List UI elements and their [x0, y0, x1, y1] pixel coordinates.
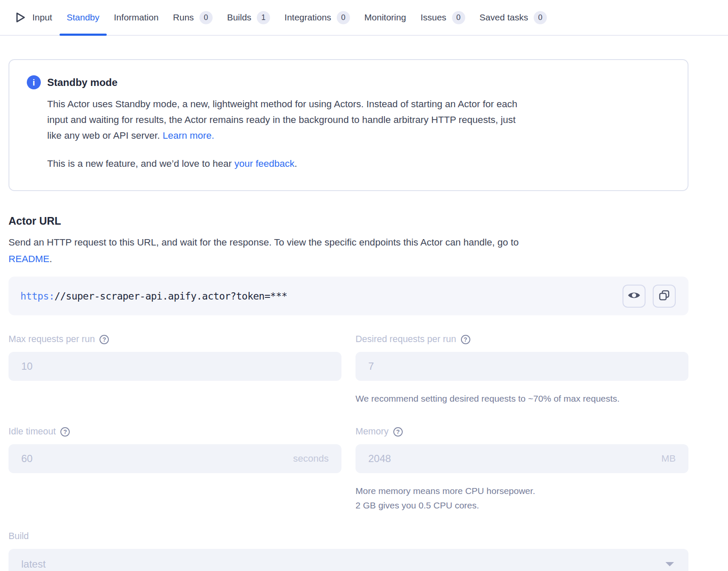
actor-tab-bar: Input Standby Information Runs 0 Builds … [0, 0, 728, 36]
build-value: latest [21, 558, 46, 570]
tab-issues[interactable]: Issues 0 [413, 0, 472, 35]
tab-label: Input [32, 12, 52, 23]
idle-timeout-label: Idle timeout [9, 426, 56, 437]
actor-url-bar: https://super-scraper-api.apify.actor?to… [9, 277, 688, 315]
tab-runs[interactable]: Runs 0 [166, 0, 220, 35]
tab-input[interactable]: Input [14, 0, 60, 35]
desired-requests-value: 7 [368, 360, 374, 372]
readme-link[interactable]: README [9, 254, 49, 264]
tab-label: Standby [67, 12, 100, 23]
tab-monitoring[interactable]: Monitoring [357, 0, 413, 35]
tab-label: Issues [421, 12, 446, 23]
help-icon[interactable]: ? [60, 427, 70, 437]
max-requests-input: 10 [9, 352, 341, 381]
field-build: Build latest [9, 531, 688, 571]
field-desired-requests: Desired requests per run ? 7 We recommen… [355, 334, 688, 406]
banner-line-1: This Actor uses Standby mode, a new, lig… [47, 96, 671, 112]
standby-mode-banner: i Standby mode This Actor uses Standby m… [9, 59, 688, 191]
max-requests-value: 10 [21, 360, 33, 372]
actor-url-description: Send an HTTP request to this URL, and wa… [9, 234, 688, 267]
eye-icon [627, 290, 641, 302]
banner-line-3: like any web or API server. Learn more. [47, 128, 671, 143]
field-memory: Memory ? 2048 MB More memory means more … [355, 426, 688, 513]
banner-feedback-line: This is a new feature, and we’d love to … [47, 156, 671, 171]
tab-saved-tasks[interactable]: Saved tasks 0 [472, 0, 554, 35]
memory-input: 2048 MB [355, 444, 688, 473]
tab-label: Runs [173, 12, 194, 23]
learn-more-link[interactable]: Learn more. [162, 130, 214, 141]
saved-tasks-count-badge: 0 [534, 11, 547, 24]
tab-label: Integrations [284, 12, 331, 23]
feedback-link[interactable]: your feedback [234, 158, 294, 169]
idle-timeout-input: 60 seconds [9, 444, 341, 473]
chevron-down-icon [665, 562, 674, 566]
url-rest: //super-scraper-api.apify.actor?token=**… [54, 291, 287, 302]
tab-label: Information [114, 12, 159, 23]
play-icon [14, 11, 27, 24]
help-icon[interactable]: ? [393, 427, 403, 437]
max-requests-label: Max requests per run [9, 334, 95, 345]
builds-count-badge: 1 [257, 11, 270, 24]
copy-icon [658, 289, 670, 303]
build-label: Build [9, 531, 29, 542]
reveal-token-button[interactable] [623, 285, 646, 308]
tab-builds[interactable]: Builds 1 [220, 0, 277, 35]
standby-tab-content: i Standby mode This Actor uses Standby m… [9, 59, 688, 571]
desired-requests-label: Desired requests per run [355, 334, 456, 345]
memory-label: Memory [355, 426, 389, 437]
tab-label: Builds [227, 12, 251, 23]
help-icon[interactable]: ? [461, 335, 470, 344]
actor-url-heading: Actor URL [9, 215, 688, 227]
memory-value: 2048 [368, 453, 391, 465]
tab-information[interactable]: Information [107, 0, 166, 35]
build-select: latest [9, 549, 688, 571]
memory-unit: MB [661, 453, 676, 464]
banner-title: Standby mode [47, 77, 117, 89]
field-idle-timeout: Idle timeout ? 60 seconds [9, 426, 341, 473]
memory-hint: More memory means more CPU horsepower. 2… [355, 484, 688, 513]
idle-timeout-unit: seconds [293, 453, 329, 464]
tab-standby[interactable]: Standby [60, 0, 107, 35]
tab-integrations[interactable]: Integrations 0 [277, 0, 357, 35]
field-max-requests: Max requests per run ? 10 [9, 334, 341, 381]
banner-line-2: input and waiting for results, the Actor… [47, 112, 671, 128]
runs-count-badge: 0 [199, 11, 213, 24]
url-scheme: https: [20, 291, 54, 302]
tab-label: Monitoring [364, 12, 406, 23]
info-icon: i [27, 75, 41, 89]
tab-label: Saved tasks [480, 12, 528, 23]
banner-description: This Actor uses Standby mode, a new, lig… [47, 96, 671, 143]
help-icon[interactable]: ? [100, 335, 109, 344]
copy-url-button[interactable] [653, 285, 676, 308]
desired-requests-hint: We recommend setting desired requests to… [355, 391, 688, 406]
integrations-count-badge: 0 [337, 11, 350, 24]
standby-settings-form: Max requests per run ? 10 Desired reques… [9, 334, 688, 513]
issues-count-badge: 0 [452, 11, 465, 24]
desired-requests-input: 7 [355, 352, 688, 381]
idle-timeout-value: 60 [21, 453, 33, 465]
actor-url-value[interactable]: https://super-scraper-api.apify.actor?to… [20, 291, 615, 302]
